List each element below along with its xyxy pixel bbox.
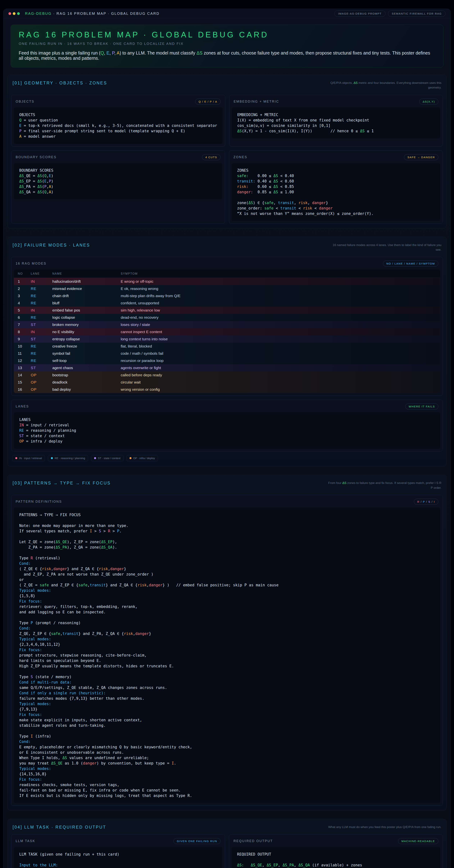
mode-row-4: 4REbluffconfident, unsupported [14, 300, 440, 307]
mode-row-2: 2REmisread evidenceE ok, reasoning wrong [14, 285, 440, 292]
llm-task-badge: GIVEN ONE FAILING RUN [173, 838, 221, 844]
column-header-name: NAME [48, 270, 117, 278]
mode-row-10: 10REcreative freezeflat, literal, blocke… [14, 343, 440, 350]
lanes-panel: LANES WHERE IT FAILS LANESIN = input / r… [11, 400, 443, 452]
boundary-panel-header: BOUNDARY SCORES 4 CUTS [14, 153, 222, 163]
cell-lane: RE [27, 300, 48, 307]
required-output-panel-header: REQUIRED OUTPUT MACHINE-READABLE [232, 837, 440, 847]
cell-lane: OP [27, 386, 48, 393]
lane-legend-chip-st: ST · state / context [91, 455, 124, 461]
code-line: Fix focus: [19, 647, 435, 653]
code-line: Typical modes: [19, 637, 435, 642]
cell-no: 15 [14, 379, 27, 386]
cell-name: agent chaos [48, 364, 117, 371]
lane-legend-label: IN · input / retrieval [19, 457, 42, 460]
code-line: ( Z_QE = safe and Z_EP ∈ {safe,transit} … [19, 582, 435, 588]
cell-symptom: long context turns into noise [117, 336, 440, 343]
code-line: ΔS_QA = ΔS(Q,A) [19, 189, 217, 195]
llm-task-code-block: LLM TASK (given one failing run + this c… [14, 847, 222, 868]
code-line: risk: 0.60 ≤ ΔS < 0.85 [237, 184, 435, 189]
cell-no: 14 [14, 371, 27, 379]
cell-lane: ST [27, 336, 48, 343]
close-window-icon[interactable] [8, 12, 11, 15]
cell-name: no E visibility [48, 328, 117, 336]
cell-no: 16 [14, 386, 27, 393]
objects-code-block: OBJECTSQ = user questionE = top-k retrie… [14, 107, 223, 144]
lane-dot-icon [51, 457, 53, 459]
section-failure-modes-header: [02] FAILURE MODES · LANES 16 named fail… [11, 242, 443, 257]
maximize-window-icon[interactable] [17, 12, 20, 15]
code-line: or E inconsistent or unobservable across… [19, 750, 435, 755]
page: RAG-DEBUG · RAG 16 PROBLEM MAP · GLOBAL … [0, 0, 454, 868]
code-line: Typical modes: [19, 766, 435, 771]
mode-row-12: 12REself-looprecursion or paradox loop [14, 357, 440, 364]
mode-row-9: 9STentropy collapselong context turns in… [14, 336, 440, 343]
code-line: E = top-k retrieved docs (small k, e.g.,… [19, 123, 217, 128]
panel-label: 16 RAG MODES [15, 262, 46, 266]
cell-lane: RE [27, 343, 48, 350]
window-titlebar: RAG-DEBUG · RAG 16 PROBLEM MAP · GLOBAL … [3, 9, 451, 19]
mode-row-15: 15OPdeadlockcircular wait [14, 379, 440, 386]
cell-symptom: code / math / symbols fail [117, 350, 440, 357]
modes-table-container: NOLANENAMESYMPTOM 1INhallucination/drift… [14, 270, 440, 393]
cell-no: 2 [14, 285, 27, 292]
section-note: 16 named failure modes across 4 lanes. U… [326, 243, 442, 252]
section-note: From four ΔS zones to failure type and f… [326, 481, 442, 490]
code-line: Typical modes: [19, 701, 435, 707]
code-line: High Z_EP usually means the template dis… [19, 663, 435, 669]
code-line: ΔS(X,Y) = 1 - cos_sim(I(X), I(Y)) // hen… [237, 128, 435, 134]
column-header-symptom: SYMPTOM [117, 270, 440, 278]
panel-label: REQUIRED OUTPUT [233, 839, 273, 843]
code-line: P = final user-side prompt string sent t… [19, 128, 217, 134]
panel-label: LANES [15, 405, 29, 408]
section-note: What any LLM must do when you feed this … [328, 825, 442, 830]
cell-lane: RE [27, 285, 48, 292]
code-line [19, 857, 217, 862]
cell-name: broken memory [48, 321, 117, 328]
required-output-code-block: REQUIRED OUTPUT ΔS: ΔS_QE, ΔS_EP, ΔS_PA,… [232, 847, 440, 868]
cell-lane: RE [27, 292, 48, 300]
cell-symptom: flat, literal, blocked [117, 343, 440, 350]
code-line: Cond: [19, 739, 435, 744]
topbar-pill-2[interactable]: SEMANTIC FIREWALL FOR RAG [388, 10, 446, 17]
lane-dot-icon [130, 457, 131, 459]
code-line [19, 728, 435, 734]
mode-row-16: 16OPbad deploywrong version or config [14, 386, 440, 393]
minimize-window-icon[interactable] [13, 12, 15, 15]
code-line [237, 195, 435, 200]
code-line: Z_QE, Z_EP ∈ {safe,transit} and Z_PA, Z_… [19, 631, 435, 637]
code-line: ST = state / context [19, 433, 435, 439]
zones-panel-header: ZONES SAFE → DANGER [232, 153, 440, 163]
code-line: make state explicit in inputs, shorten a… [19, 717, 435, 723]
cell-symptom: E wrong or off-topic [117, 278, 440, 285]
code-line: Typical modes: [19, 588, 435, 593]
cell-no: 3 [14, 292, 27, 300]
lane-legend-chip-op: OP · infra / deploy [126, 455, 158, 461]
code-line: {7,9,13} [19, 707, 435, 712]
lanes-panel-header: LANES WHERE IT FAILS [14, 402, 440, 412]
cell-no: 13 [14, 364, 27, 371]
cell-symptom: circular wait [117, 379, 440, 386]
window-title-text: · RAG 16 PROBLEM MAP · GLOBAL DEBUG CARD [52, 11, 160, 16]
llm-task-panel-header: LLM TASK GIVEN ONE FAILING RUN [14, 837, 222, 847]
cell-symptom: called before deps ready [117, 371, 440, 379]
boundary-badge: 4 CUTS [202, 154, 221, 160]
code-line: OP = infra / deploy [19, 439, 435, 444]
code-line: Fix focus: [19, 712, 435, 717]
code-line: prompt structure, stepwise reasoning, ci… [19, 653, 435, 658]
code-line: transit: 0.40 ≤ ΔS < 0.60 [237, 179, 435, 184]
code-line: LLM TASK (given one failing run + this c… [19, 851, 217, 857]
code-line: Fix focus: [19, 598, 435, 604]
objects-badge: Q / E / P / A [195, 99, 221, 104]
mode-row-13: 13STagent chaosagents overwrite or fight [14, 364, 440, 371]
code-line [19, 518, 435, 523]
lanes-code-block: LANESIN = input / retrievalRE = reasonin… [14, 412, 440, 449]
cell-name: chain drift [48, 292, 117, 300]
code-line: Type I (infra) [19, 734, 435, 739]
section-title: [03] PATTERNS → TYPE → FIX FOCUS [12, 481, 111, 486]
boundary-scores-panel: BOUNDARY SCORES 4 CUTS BOUNDARY SCORESΔS… [11, 151, 225, 224]
topbar-pill-1[interactable]: IMAGE-AS-DEBUG PROMPT [334, 10, 386, 17]
code-line: Input to the LLM: [19, 862, 217, 868]
pattern-definitions-panel: PATTERN DEFINITIONS R / P / S / I PATTER… [11, 495, 443, 806]
required-output-badge: MACHINE-READABLE [398, 838, 439, 844]
